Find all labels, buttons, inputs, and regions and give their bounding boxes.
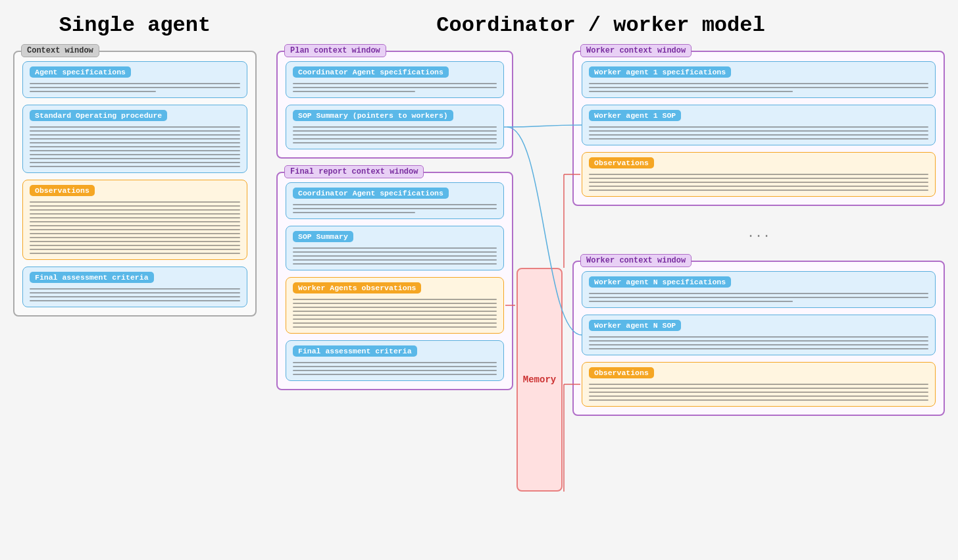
single-agent-column: Context window Agent specifications Stan… — [13, 51, 257, 327]
sop-summary-plan-label: SOP Summary (pointers to workers) — [293, 110, 453, 121]
worker1-context-label: Worker context window — [580, 44, 692, 57]
coord-agent-specs-2-box: Coordinator Agent specifications — [286, 182, 504, 219]
final-assessment-2-box: Final assessment criteria — [286, 340, 504, 381]
observations-label: Observations — [30, 185, 95, 196]
agent-specifications-box: Agent specifications — [22, 61, 247, 98]
worker1-sop-box: Worker agent 1 SOP — [582, 105, 936, 145]
workers-column: Worker context window Worker agent 1 spe… — [572, 51, 945, 416]
coord-agent-specs-label: Coordinator Agent specifications — [293, 66, 449, 78]
worker-agents-obs-label: Worker Agents observations — [293, 282, 421, 293]
context-window-single: Context window Agent specifications Stan… — [13, 51, 257, 317]
sop-summary-box: SOP Summary — [286, 226, 504, 270]
coordinator-column: Plan context window Coordinator Agent sp… — [276, 51, 513, 401]
sop-summary-label: SOP Summary — [293, 231, 353, 242]
plan-context-label: Plan context window — [284, 44, 386, 57]
workerN-specs-label: Worker agent N specifications — [589, 276, 731, 288]
workerN-context-label: Worker context window — [580, 254, 692, 267]
agent-specifications-lines — [30, 83, 240, 92]
workerN-sop-box: Worker agent N SOP — [582, 315, 936, 355]
workerN-specs-box: Worker agent N specifications — [582, 271, 936, 308]
ellipsis-separator: ... — [572, 219, 945, 247]
worker1-specs-box: Worker agent 1 specifications — [582, 61, 936, 98]
coordinator-title: Coordinator / worker model — [257, 13, 945, 38]
final-assessment-label: Final assessment criteria — [30, 272, 154, 283]
sop-summary-plan-box: SOP Summary (pointers to workers) — [286, 105, 504, 149]
workerN-context-window: Worker context window Worker agent N spe… — [572, 261, 945, 416]
workerN-observations-label: Observations — [589, 367, 654, 378]
final-assessment-box: Final assessment criteria — [22, 267, 247, 307]
coord-agent-specs-box: Coordinator Agent specifications — [286, 61, 504, 98]
memory-column: Memory — [513, 268, 566, 492]
worker1-observations-label: Observations — [589, 157, 654, 168]
final-report-context-label: Final report context window — [284, 165, 424, 178]
context-window-label-single: Context window — [21, 44, 99, 57]
final-assessment-2-label: Final assessment criteria — [293, 345, 417, 357]
sop-box: Standard Operating procedure — [22, 105, 247, 173]
plan-context-window: Plan context window Coordinator Agent sp… — [276, 51, 513, 159]
worker1-observations-box: Observations — [582, 152, 936, 197]
worker1-sop-label: Worker agent 1 SOP — [589, 110, 681, 121]
coord-agent-specs-2-label: Coordinator Agent specifications — [293, 188, 449, 199]
agent-specifications-label: Agent specifications — [30, 66, 131, 78]
worker-agents-obs-box: Worker Agents observations — [286, 277, 504, 334]
workerN-sop-label: Worker agent N SOP — [589, 320, 681, 331]
final-report-context-window: Final report context window Coordinator … — [276, 172, 513, 390]
worker1-specs-label: Worker agent 1 specifications — [589, 66, 731, 78]
observations-box: Observations — [22, 180, 247, 260]
sop-label: Standard Operating procedure — [30, 110, 167, 121]
memory-box: Memory — [517, 268, 563, 492]
single-agent-title: Single agent — [13, 13, 257, 38]
workerN-observations-box: Observations — [582, 362, 936, 407]
worker1-context-window: Worker context window Worker agent 1 spe… — [572, 51, 945, 206]
